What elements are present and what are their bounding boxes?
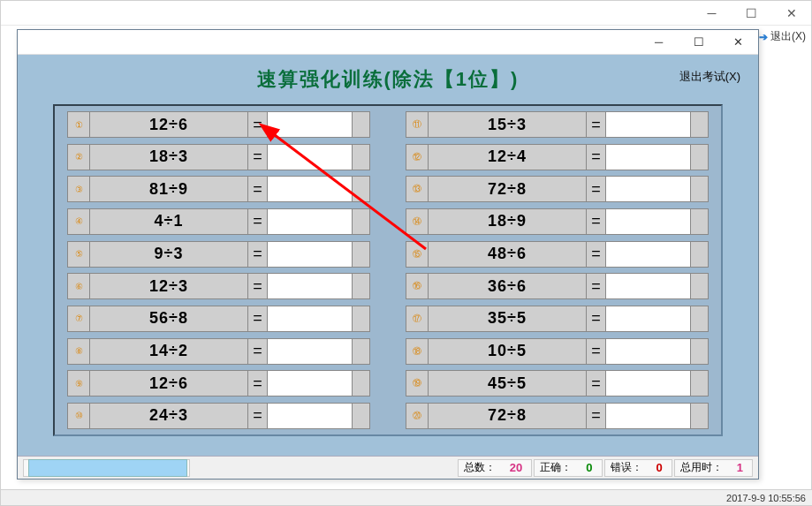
answer-input[interactable]: [268, 338, 353, 365]
answer-input[interactable]: [606, 144, 691, 170]
question-row: ⑲45÷5=: [406, 370, 709, 396]
answer-input[interactable]: [268, 370, 353, 396]
equals-sign: =: [248, 144, 268, 170]
result-mark: [353, 338, 370, 365]
outer-close-button[interactable]: ✕: [771, 1, 811, 26]
time-value: 1: [728, 461, 752, 474]
quiz-close-button[interactable]: ✕: [718, 30, 758, 55]
equals-sign: =: [587, 176, 606, 202]
result-mark: [691, 306, 709, 332]
answer-input[interactable]: [606, 241, 691, 268]
question-row: ⑰35÷5=: [406, 306, 709, 332]
answer-input[interactable]: [268, 306, 353, 332]
status-total: 总数： 20: [458, 459, 532, 477]
question-row: ⑤9÷3=: [67, 241, 370, 268]
question-row: ⑬72÷8=: [406, 176, 709, 202]
status-left-blank: [23, 459, 190, 477]
correct-label: 正确：: [535, 460, 577, 475]
question-row: ⑩24÷3=: [67, 403, 370, 429]
outer-maximize-button[interactable]: ☐: [732, 1, 771, 26]
result-mark: [353, 403, 370, 429]
outer-exit-button[interactable]: ➔ 退出(X): [759, 29, 806, 44]
question-column-left: ①12÷6=②18÷3=③81÷9=④4÷1=⑤9÷3=⑥12÷3=⑦56÷8=…: [67, 111, 370, 429]
question-expression: 18÷9: [429, 208, 587, 235]
question-expression: 72÷8: [429, 403, 587, 429]
total-label: 总数：: [459, 460, 501, 475]
quiz-window: ─ ☐ ✕ 速算强化训练(除法【1位】) 退出考试(X) ①12÷6=②: [17, 29, 759, 480]
answer-input[interactable]: [606, 306, 691, 332]
question-row: ⑮48÷6=: [406, 241, 709, 268]
exit-exam-button[interactable]: 退出考试(X): [679, 69, 740, 85]
status-correct: 正确： 0: [534, 459, 602, 477]
equals-sign: =: [587, 208, 606, 235]
question-expression: 12÷6: [90, 370, 248, 396]
result-mark: [691, 208, 709, 235]
question-row: ⑨12÷6=: [67, 370, 370, 396]
question-expression: 35÷5: [429, 306, 587, 332]
result-mark: [691, 176, 709, 202]
answer-input[interactable]: [268, 111, 353, 138]
question-row: ⑱10÷5=: [406, 338, 709, 365]
answer-input[interactable]: [606, 111, 691, 138]
question-number: ①: [67, 111, 90, 138]
quiz-titlebar: ─ ☐ ✕: [18, 30, 758, 55]
answer-input[interactable]: [268, 176, 353, 202]
result-mark: [691, 144, 709, 170]
question-row: ③81÷9=: [67, 176, 370, 202]
equals-sign: =: [587, 111, 606, 138]
question-expression: 81÷9: [90, 176, 248, 202]
outer-exit-label: 退出(X): [770, 29, 806, 44]
question-expression: 72÷8: [429, 176, 587, 202]
equals-sign: =: [248, 273, 268, 299]
answer-input[interactable]: [268, 208, 353, 235]
result-mark: [691, 403, 709, 429]
quiz-header: 速算强化训练(除法【1位】) 退出考试(X): [18, 55, 758, 104]
outer-timestamp: 2017-9-9 10:55:56: [726, 493, 806, 503]
answer-input[interactable]: [268, 403, 353, 429]
question-row: ⑧14÷2=: [67, 338, 370, 365]
question-expression: 36÷6: [429, 273, 587, 299]
result-mark: [691, 241, 709, 268]
question-expression: 48÷6: [429, 241, 587, 268]
question-row: ④4÷1=: [67, 208, 370, 235]
result-mark: [353, 111, 370, 138]
result-mark: [353, 273, 370, 299]
equals-sign: =: [248, 111, 268, 138]
question-number: ⑱: [406, 338, 429, 365]
quiz-body: 速算强化训练(除法【1位】) 退出考试(X) ①12÷6=②18÷3=③81÷9…: [18, 55, 758, 479]
question-expression: 12÷4: [429, 144, 587, 170]
question-expression: 4÷1: [90, 208, 248, 235]
answer-input[interactable]: [606, 208, 691, 235]
question-row: ⑭18÷9=: [406, 208, 709, 235]
answer-input[interactable]: [606, 370, 691, 396]
quiz-maximize-button[interactable]: ☐: [679, 30, 718, 55]
status-time: 总用时： 1: [674, 459, 753, 477]
answer-input[interactable]: [606, 403, 691, 429]
result-mark: [691, 370, 709, 396]
question-number: ⑥: [67, 273, 90, 299]
question-number: ⑫: [406, 144, 429, 170]
question-number: ⑮: [406, 241, 429, 268]
quiz-statusbar: 总数： 20 正确： 0 错误： 0 总用时： 1: [18, 456, 758, 479]
quiz-minimize-button[interactable]: ─: [639, 30, 679, 55]
outer-minimize-button[interactable]: ─: [692, 1, 732, 26]
quiz-panel: ①12÷6=②18÷3=③81÷9=④4÷1=⑤9÷3=⑥12÷3=⑦56÷8=…: [53, 104, 723, 436]
question-number: ②: [67, 144, 90, 170]
result-mark: [691, 338, 709, 365]
answer-input[interactable]: [268, 144, 353, 170]
outer-statusbar: 2017-9-9 10:55:56: [1, 489, 812, 505]
question-row: ②18÷3=: [67, 144, 370, 170]
answer-input[interactable]: [268, 273, 353, 299]
result-mark: [353, 370, 370, 396]
equals-sign: =: [248, 306, 268, 332]
answer-input[interactable]: [268, 241, 353, 268]
answer-input[interactable]: [606, 176, 691, 202]
result-mark: [691, 111, 709, 138]
time-label: 总用时：: [675, 460, 728, 475]
equals-sign: =: [587, 144, 606, 170]
question-row: ⑯36÷6=: [406, 273, 709, 299]
question-row: ⑥12÷3=: [67, 273, 370, 299]
equals-sign: =: [587, 370, 606, 396]
answer-input[interactable]: [606, 273, 691, 299]
answer-input[interactable]: [606, 338, 691, 365]
